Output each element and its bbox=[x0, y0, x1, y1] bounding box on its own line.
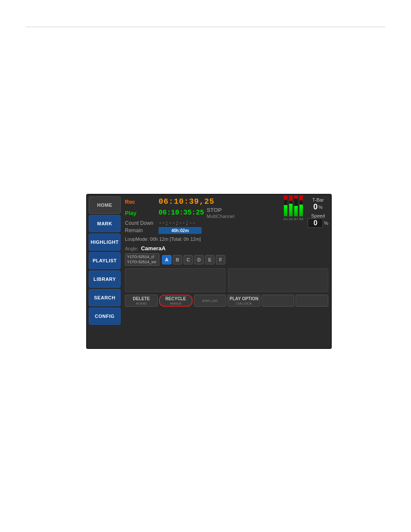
play-label: Play bbox=[125, 210, 156, 216]
device-container: HOME MARK HIGHLIGHT PLAYLIST LIBRARY SEA… bbox=[86, 194, 332, 349]
vu-bars: A1 A2 bbox=[283, 197, 303, 221]
loop-mode-text: LoopMode: 00h 12m [Total: 0h 12m] bbox=[125, 236, 201, 242]
countdown-label: Count Down bbox=[125, 220, 156, 226]
angle-btn-f[interactable]: F bbox=[216, 255, 225, 264]
vu-bar-a1: A1 bbox=[283, 195, 288, 221]
speed-value: 0 bbox=[308, 218, 323, 228]
bottom-btn-errlog[interactable]: ERR LOG bbox=[194, 295, 227, 307]
bottom-btn-playoption[interactable]: PLAY OPTION CIA LOCK bbox=[227, 295, 260, 307]
countdown-timecode: --;--;--;-- bbox=[159, 220, 196, 226]
loop-mode-row: LoopMode: 00h 12m [Total: 0h 12m] bbox=[125, 235, 281, 243]
clip-name-box: Y1TO-52514_cl Y1TO-52514_sxr bbox=[125, 253, 159, 266]
rec-label: Rec bbox=[125, 199, 156, 205]
tbar-speed-area: T-Bar 0 % Speed 0 % bbox=[308, 197, 328, 228]
angle-btn-a[interactable]: A bbox=[162, 255, 171, 264]
angle-buttons: A B C D E F bbox=[162, 255, 225, 264]
bottom-btn-extra2[interactable] bbox=[296, 295, 328, 307]
preview-row bbox=[125, 268, 328, 292]
sidebar-btn-search[interactable]: SEARCH bbox=[89, 289, 121, 306]
vu-meters: A1 A2 bbox=[283, 197, 303, 221]
angle-btn-e[interactable]: E bbox=[205, 255, 215, 264]
angle-value: CameraA bbox=[141, 245, 165, 252]
remain-row: Remain 40h:02m bbox=[125, 227, 281, 234]
multichannel-text: MultiChannel bbox=[207, 214, 234, 219]
main-content: Rec 06:10:39,25 Play 06:10:35:25 STOP Mu… bbox=[122, 195, 331, 348]
vu-bar-a8: A8 bbox=[299, 195, 303, 221]
remain-label: Remain bbox=[125, 227, 156, 233]
tbar-label: T-Bar bbox=[312, 197, 324, 202]
bottom-btn-delete[interactable]: DELETE AUDIO bbox=[125, 295, 158, 307]
sidebar-btn-home[interactable]: HOME bbox=[89, 196, 121, 214]
angle-label: Angle: bbox=[125, 246, 138, 251]
play-timecode: 06:10:35:25 bbox=[159, 209, 204, 217]
speed-label: Speed bbox=[311, 213, 325, 218]
bottom-btn-recycle[interactable]: RECYCLE ANGLE bbox=[159, 295, 193, 307]
top-divider bbox=[26, 27, 385, 27]
sidebar-btn-playlist[interactable]: PLAYLIST bbox=[89, 252, 121, 269]
stop-multichannel: STOP MultiChannel bbox=[207, 207, 234, 219]
clip-line1: Y1TO-52514_cl bbox=[127, 255, 157, 260]
preview-box-left bbox=[125, 268, 225, 292]
tbar-value-row: 0 % bbox=[313, 202, 323, 212]
sidebar-btn-library[interactable]: LIBRARY bbox=[89, 271, 121, 288]
clip-line2: Y1TO-52514_sxr bbox=[127, 260, 157, 265]
sidebar-btn-config[interactable]: CONFIG bbox=[89, 308, 121, 325]
angle-btn-d[interactable]: D bbox=[194, 255, 204, 264]
tbar-value: 0 bbox=[313, 202, 318, 212]
remain-bar: 40h:02m bbox=[159, 227, 202, 234]
sidebar-btn-highlight[interactable]: HIGHLIGHT bbox=[89, 233, 121, 251]
rec-timecode: 06:10:39,25 bbox=[159, 197, 215, 206]
tbar-percent: % bbox=[318, 205, 323, 210]
speed-percent: % bbox=[324, 221, 328, 226]
preview-box-right bbox=[228, 268, 328, 292]
stop-text: STOP bbox=[207, 207, 222, 213]
bottom-buttons: DELETE AUDIO RECYCLE ANGLE ERR LOG PLAY … bbox=[125, 295, 328, 307]
angle-btn-b[interactable]: B bbox=[173, 255, 182, 264]
speed-value-row: 0 % bbox=[308, 218, 328, 228]
angle-area: Angle: CameraA bbox=[125, 245, 328, 252]
vu-bar-a2: A2 bbox=[289, 195, 293, 221]
remain-value: 40h:02m bbox=[171, 228, 189, 233]
rec-row: Rec 06:10:39,25 bbox=[125, 197, 281, 206]
countdown-row: Count Down --;--;--;-- bbox=[125, 220, 281, 226]
vu-bar-a7: A7 bbox=[294, 195, 298, 221]
clip-angle-row: Y1TO-52514_cl Y1TO-52514_sxr A B C D E F bbox=[125, 253, 328, 266]
play-row: Play 06:10:35:25 STOP MultiChannel bbox=[125, 207, 281, 219]
sidebar: HOME MARK HIGHLIGHT PLAYLIST LIBRARY SEA… bbox=[87, 195, 122, 348]
angle-btn-c[interactable]: C bbox=[184, 255, 193, 264]
bottom-btn-extra1[interactable] bbox=[262, 295, 294, 307]
sidebar-btn-mark[interactable]: MARK bbox=[89, 215, 121, 232]
status-left: Rec 06:10:39,25 Play 06:10:35:25 STOP Mu… bbox=[125, 197, 281, 243]
